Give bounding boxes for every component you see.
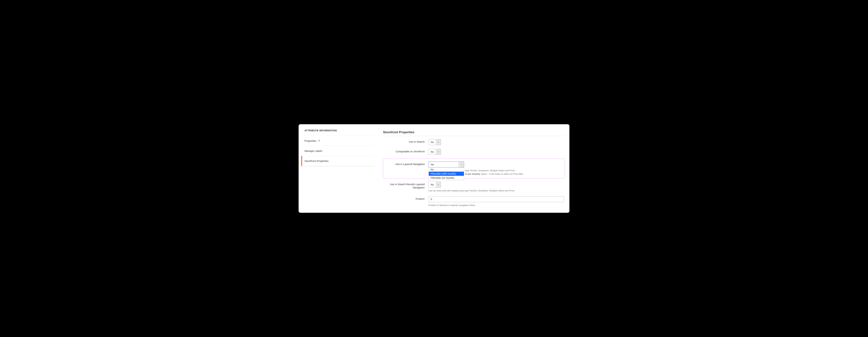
sidebar-item-label: Manage Labels bbox=[305, 149, 322, 153]
sidebar-item-label: Storefront Properties bbox=[305, 160, 329, 162]
chevron-down-icon bbox=[436, 139, 441, 145]
position-help: Position of attribute in layered navigat… bbox=[429, 204, 565, 207]
sidebar-item-storefront-properties[interactable]: Storefront Properties bbox=[301, 156, 374, 166]
comparable-select[interactable]: No bbox=[429, 149, 441, 155]
chevron-down-icon bbox=[459, 162, 464, 167]
search-results-layered-help: Can be used only with catalog input type… bbox=[429, 189, 565, 193]
dropdown-option-filterable-with-results[interactable]: Filterable (with results) bbox=[429, 172, 464, 176]
layered-nav-select[interactable]: No No Filterable (with results) Filterab… bbox=[429, 162, 464, 167]
select-value: No bbox=[429, 149, 436, 155]
field-label: Use in Layered Navigation bbox=[383, 162, 425, 166]
select-value: No bbox=[429, 139, 436, 145]
select-value: No bbox=[429, 162, 459, 167]
sidebar-item-label: Properties bbox=[305, 139, 316, 142]
field-search-results-layered: Use in Search Results Layered Navigation… bbox=[383, 182, 565, 193]
field-layered-navigation: Use in Layered Navigation No No Filterab… bbox=[383, 159, 565, 178]
storefront-properties-form: Storefront Properties Use in Search No C… bbox=[374, 127, 567, 211]
layered-nav-dropdown: No Filterable (with results) Filterable … bbox=[429, 167, 464, 180]
field-label: Comparable on Storefront bbox=[383, 149, 425, 153]
chevron-down-icon bbox=[436, 149, 441, 155]
pencil-icon bbox=[318, 139, 320, 142]
dropdown-option-filterable-no-results[interactable]: Filterable (no results) bbox=[429, 176, 464, 180]
dropdown-option-no[interactable]: No bbox=[429, 167, 464, 172]
select-value: No bbox=[429, 182, 436, 188]
section-title: Storefront Properties bbox=[383, 127, 565, 136]
field-label: Use in Search bbox=[383, 139, 425, 143]
field-label: Use in Search Results Layered Navigation bbox=[383, 182, 425, 189]
field-use-in-search: Use in Search No bbox=[383, 139, 565, 145]
use-in-search-select[interactable]: No bbox=[429, 139, 441, 145]
attribute-info-sidebar: ATTRIBUTE INFORMATION Properties Manage … bbox=[301, 127, 374, 211]
field-position: Position Position of attribute in layere… bbox=[383, 196, 565, 207]
search-results-layered-select[interactable]: No bbox=[429, 182, 441, 188]
sidebar-item-manage-labels[interactable]: Manage Labels bbox=[301, 146, 374, 156]
position-input[interactable] bbox=[429, 196, 564, 202]
field-label: Position bbox=[383, 196, 425, 201]
field-comparable: Comparable on Storefront No bbox=[383, 149, 565, 155]
admin-panel: ATTRIBUTE INFORMATION Properties Manage … bbox=[299, 124, 569, 213]
chevron-down-icon bbox=[436, 182, 441, 188]
sidebar-header: ATTRIBUTE INFORMATION bbox=[301, 127, 374, 136]
sidebar-item-properties[interactable]: Properties bbox=[301, 136, 374, 146]
